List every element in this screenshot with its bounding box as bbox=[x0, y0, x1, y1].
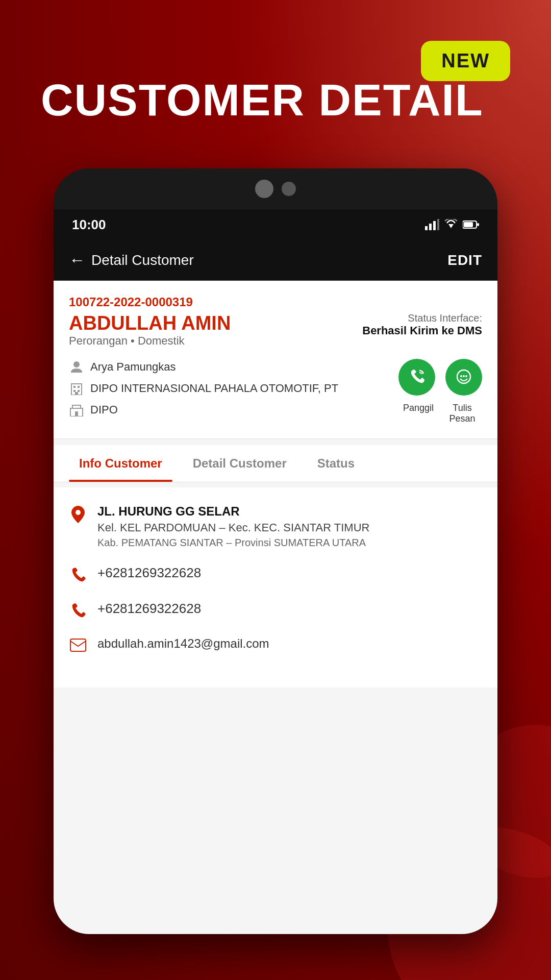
phone-camera-bar bbox=[54, 168, 497, 209]
svg-rect-16 bbox=[75, 411, 78, 416]
svg-rect-2 bbox=[433, 221, 436, 230]
phone-mockup: 10:00 ← De bbox=[54, 168, 497, 934]
camera-dot-main bbox=[255, 180, 273, 198]
email-row: abdullah.amin1423@gmail.com bbox=[69, 636, 482, 657]
address-kab: Kab. PEMATANG SIANTAR – Provinsi SUMATER… bbox=[97, 535, 482, 550]
svg-marker-4 bbox=[448, 224, 454, 228]
svg-rect-1 bbox=[429, 224, 432, 230]
address-street: JL. HURUNG GG SELAR bbox=[97, 503, 482, 520]
customer-type: Perorangan • Domestik bbox=[69, 334, 231, 348]
header-title: Detail Customer bbox=[91, 252, 194, 268]
app-header: ← Detail Customer EDIT bbox=[54, 240, 497, 281]
svg-rect-3 bbox=[437, 219, 439, 230]
email-address[interactable]: abdullah.amin1423@gmail.com bbox=[97, 636, 269, 651]
message-label: Tulis Pesan bbox=[444, 403, 481, 424]
svg-rect-10 bbox=[73, 386, 76, 388]
status-time: 10:00 bbox=[72, 217, 106, 233]
customer-name: ABDULLAH AMIN bbox=[69, 312, 231, 334]
svg-rect-22 bbox=[70, 639, 86, 651]
svg-rect-12 bbox=[73, 390, 76, 392]
customer-id: 100722-2022-0000319 bbox=[69, 295, 482, 309]
header-left: ← Detail Customer bbox=[69, 251, 194, 270]
tab-status[interactable]: Status bbox=[302, 445, 370, 482]
company-name: DIPO INTERNASIONAL PAHALA OTOMOTIF, PT bbox=[90, 382, 338, 395]
svg-point-8 bbox=[73, 361, 80, 368]
action-btn-labels: Panggil Tulis Pesan bbox=[400, 403, 481, 424]
tabs-bar: Info Customer Detail Customer Status bbox=[54, 445, 497, 482]
branch-icon bbox=[69, 402, 84, 418]
meta-row: Arya Pamungkas bbox=[69, 359, 482, 424]
info-section: JL. HURUNG GG SELAR Kel. KEL PARDOMUAN –… bbox=[54, 487, 497, 688]
phone-content: 100722-2022-0000319 ABDULLAH AMIN Perora… bbox=[54, 281, 497, 934]
action-buttons: Panggil Tulis Pesan bbox=[398, 359, 482, 424]
battery-icon bbox=[463, 220, 479, 229]
svg-rect-14 bbox=[75, 392, 78, 395]
tab-info-customer[interactable]: Info Customer bbox=[64, 445, 178, 482]
meta-company: DIPO INTERNASIONAL PAHALA OTOMOTIF, PT bbox=[69, 381, 398, 396]
status-bar: 10:00 bbox=[54, 209, 497, 240]
message-button[interactable] bbox=[445, 359, 482, 396]
email-icon bbox=[69, 639, 87, 657]
svg-point-19 bbox=[463, 375, 465, 377]
phone2-row: +6281269322628 bbox=[69, 601, 482, 621]
customer-header-row: ABDULLAH AMIN Perorangan • Domestik Stat… bbox=[69, 312, 482, 356]
signal-icon bbox=[425, 219, 439, 230]
address-row: JL. HURUNG GG SELAR Kel. KEL PARDOMUAN –… bbox=[69, 503, 482, 550]
camera-dot-secondary bbox=[282, 182, 296, 196]
meta-agent: Arya Pamungkas bbox=[69, 359, 398, 375]
phone1-icon bbox=[69, 567, 87, 585]
phone1-row: +6281269322628 bbox=[69, 565, 482, 585]
svg-point-18 bbox=[460, 375, 462, 377]
svg-rect-11 bbox=[78, 386, 80, 388]
branch-name: DIPO bbox=[90, 403, 118, 416]
back-arrow-icon[interactable]: ← bbox=[69, 251, 85, 270]
location-icon bbox=[69, 505, 87, 523]
svg-rect-13 bbox=[78, 390, 80, 392]
meta-left: Arya Pamungkas bbox=[69, 359, 398, 424]
building-icon bbox=[69, 381, 84, 396]
tab-detail-customer[interactable]: Detail Customer bbox=[178, 445, 302, 482]
meta-branch: DIPO bbox=[69, 402, 398, 418]
phone1-number[interactable]: +6281269322628 bbox=[97, 565, 201, 581]
svg-rect-0 bbox=[425, 226, 428, 230]
status-interface-label: Status Interface: bbox=[362, 312, 482, 324]
customer-card: 100722-2022-0000319 ABDULLAH AMIN Perora… bbox=[54, 281, 497, 439]
call-button[interactable] bbox=[398, 359, 435, 396]
page-title: CUSTOMER DETAIL bbox=[41, 74, 484, 126]
status-interface-value: Berhasil Kirim ke DMS bbox=[362, 324, 482, 337]
person-icon bbox=[69, 359, 84, 375]
action-btn-group bbox=[398, 359, 482, 396]
svg-point-21 bbox=[76, 510, 81, 515]
svg-point-20 bbox=[465, 375, 467, 377]
edit-button[interactable]: EDIT bbox=[447, 252, 482, 268]
status-interface: Status Interface: Berhasil Kirim ke DMS bbox=[362, 312, 482, 337]
wifi-icon bbox=[444, 219, 458, 230]
status-icons bbox=[425, 219, 479, 230]
address-content: JL. HURUNG GG SELAR Kel. KEL PARDOMUAN –… bbox=[97, 503, 482, 550]
phone2-number[interactable]: +6281269322628 bbox=[97, 601, 201, 617]
address-kel: Kel. KEL PARDOMUAN – Kec. KEC. SIANTAR T… bbox=[97, 520, 482, 536]
call-label: Panggil bbox=[400, 403, 437, 424]
svg-rect-6 bbox=[464, 222, 473, 227]
agent-name: Arya Pamungkas bbox=[90, 360, 176, 374]
svg-rect-7 bbox=[477, 223, 479, 226]
phone2-icon bbox=[69, 603, 87, 621]
